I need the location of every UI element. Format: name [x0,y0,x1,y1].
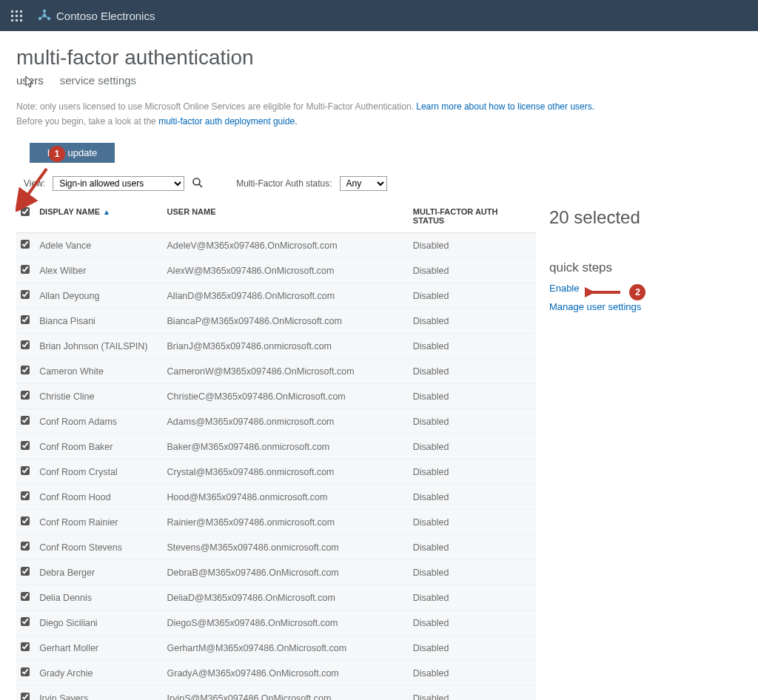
table-row[interactable]: Bianca PisaniBiancaP@M365x097486.OnMicro… [16,309,536,334]
table-row[interactable]: Adele VanceAdeleV@M365x097486.OnMicrosof… [16,233,536,258]
row-checkbox[interactable] [21,642,30,651]
app-launcher-icon[interactable] [6,5,27,26]
cell-user-name: DebraB@M365x097486.OnMicrosoft.com [167,560,413,585]
cell-mfa-status: Disabled [413,258,536,283]
annotation-arrow-2 [585,286,623,298]
cell-mfa-status: Disabled [413,560,536,585]
table-row[interactable]: Diego SicilianiDiegoS@M365x097486.OnMicr… [16,610,536,636]
cell-mfa-status: Disabled [413,334,536,359]
license-note-text: Note: only users licensed to use Microso… [16,101,416,112]
view-select[interactable]: Sign-in allowed users [53,176,184,191]
row-checkbox[interactable] [21,693,30,700]
license-note-link[interactable]: Learn more about how to license other us… [416,101,594,112]
cell-user-name: Stevens@M365x097486.onmicrosoft.com [167,535,413,560]
row-checkbox[interactable] [21,441,30,450]
row-checkbox[interactable] [21,391,30,400]
page-body: 1 multi-factor authentication users serv… [0,31,758,700]
row-checkbox[interactable] [21,592,30,601]
annotation-arrow-1 [16,166,51,212]
tab-service-settings[interactable]: service settings [60,74,136,87]
cell-mfa-status: Disabled [413,460,536,485]
table-row[interactable]: Irvin SayersIrvinS@M365x097486.OnMicroso… [16,686,536,701]
row-checkbox[interactable] [21,240,30,249]
table-row[interactable]: Conf Room RainierRainier@M365x097486.onm… [16,510,536,535]
search-icon[interactable] [192,177,204,191]
bulk-update-button[interactable]: bulk update [30,143,115,163]
table-row[interactable]: Conf Room StevensStevens@M365x097486.onm… [16,535,536,560]
cell-mfa-status: Disabled [413,309,536,334]
user-table: DISPLAY NAME▲ USER NAME MULTI-FACTOR AUT… [16,200,536,700]
row-checkbox[interactable] [21,466,30,475]
quick-steps-heading: quick steps [549,260,742,275]
brand: Contoso Electronics [37,8,155,23]
enable-link[interactable]: Enable [549,283,579,294]
table-row[interactable]: Christie ClineChristieC@M365x097486.OnMi… [16,384,536,409]
cell-user-name: Hood@M365x097486.onmicrosoft.com [167,485,413,510]
row-checkbox[interactable] [21,416,30,425]
row-checkbox[interactable] [21,667,30,676]
cell-display-name: Debra Berger [39,560,167,585]
row-checkbox[interactable] [21,491,30,500]
cell-user-name: Crystal@M365x097486.onmicrosoft.com [167,460,413,485]
table-row[interactable]: Delia DennisDeliaD@M365x097486.OnMicroso… [16,585,536,610]
cell-display-name: Alex Wilber [39,258,167,283]
cell-user-name: BiancaP@M365x097486.OnMicrosoft.com [167,309,413,334]
table-row[interactable]: Conf Room AdamsAdams@M365x097486.onmicro… [16,409,536,434]
table-row[interactable]: Alex WilberAlexW@M365x097486.OnMicrosoft… [16,258,536,283]
row-checkbox[interactable] [21,340,30,349]
row-checkbox[interactable] [21,567,30,576]
cell-mfa-status: Disabled [413,233,536,258]
tab-users[interactable]: users [16,74,44,87]
table-row[interactable]: Debra BergerDebraB@M365x097486.OnMicroso… [16,560,536,585]
cell-display-name: Christie Cline [39,384,167,409]
manage-user-settings-link[interactable]: Manage user settings [549,301,641,312]
page-title: multi-factor authentication [16,46,742,70]
cell-user-name: AdeleV@M365x097486.OnMicrosoft.com [167,233,413,258]
table-row[interactable]: Brian Johnson (TAILSPIN)BrianJ@M365x0974… [16,334,536,359]
cell-display-name: Allan Deyoung [39,283,167,309]
row-checkbox[interactable] [21,366,30,374]
table-row[interactable]: Cameron WhiteCameronW@M365x097486.OnMicr… [16,359,536,384]
table-row[interactable]: Grady ArchieGradyA@M365x097486.OnMicroso… [16,661,536,686]
cell-mfa-status: Disabled [413,636,536,661]
col-display-name[interactable]: DISPLAY NAME▲ [39,200,167,233]
row-checkbox[interactable] [21,265,30,274]
row-checkbox[interactable] [21,617,30,626]
cell-mfa-status: Disabled [413,610,536,636]
tab-bar: users service settings [16,74,742,87]
cell-user-name: Rainier@M365x097486.onmicrosoft.com [167,510,413,535]
cell-display-name: Brian Johnson (TAILSPIN) [39,334,167,359]
cell-user-name: GradyA@M365x097486.OnMicrosoft.com [167,661,413,686]
cell-display-name: Delia Dennis [39,585,167,610]
side-panel: 20 selected quick steps Enable 2 [549,200,742,320]
cell-user-name: Baker@M365x097486.onmicrosoft.com [167,434,413,460]
cell-mfa-status: Disabled [413,434,536,460]
svg-line-9 [199,184,202,187]
row-checkbox[interactable] [21,516,30,525]
cell-display-name: Conf Room Rainier [39,510,167,535]
cell-mfa-status: Disabled [413,585,536,610]
table-row[interactable]: Gerhart MollerGerhartM@M365x097486.OnMic… [16,636,536,661]
cell-user-name: CameronW@M365x097486.OnMicrosoft.com [167,359,413,384]
cell-user-name: DeliaD@M365x097486.OnMicrosoft.com [167,585,413,610]
table-row[interactable]: Conf Room HoodHood@M365x097486.onmicroso… [16,485,536,510]
cell-user-name: BrianJ@M365x097486.onmicrosoft.com [167,334,413,359]
row-checkbox[interactable] [21,290,30,299]
svg-point-8 [193,178,200,185]
deployment-guide-link[interactable]: multi-factor auth deployment guide. [158,116,297,127]
cell-mfa-status: Disabled [413,686,536,701]
col-mfa-status[interactable]: MULTI-FACTOR AUTH STATUS [413,200,536,233]
cell-mfa-status: Disabled [413,535,536,560]
row-checkbox[interactable] [21,542,30,551]
table-row[interactable]: Conf Room BakerBaker@M365x097486.onmicro… [16,434,536,460]
cell-mfa-status: Disabled [413,409,536,434]
table-row[interactable]: Conf Room CrystalCrystal@M365x097486.onm… [16,460,536,485]
cell-display-name: Conf Room Adams [39,409,167,434]
mfa-status-select[interactable]: Any [340,176,387,191]
col-user-name[interactable]: USER NAME [167,200,413,233]
cell-mfa-status: Disabled [413,359,536,384]
row-checkbox[interactable] [21,315,30,324]
table-row[interactable]: Allan DeyoungAllanD@M365x097486.OnMicros… [16,283,536,309]
cell-display-name: Conf Room Baker [39,434,167,460]
annotation-badge-1: 1 [49,146,65,162]
